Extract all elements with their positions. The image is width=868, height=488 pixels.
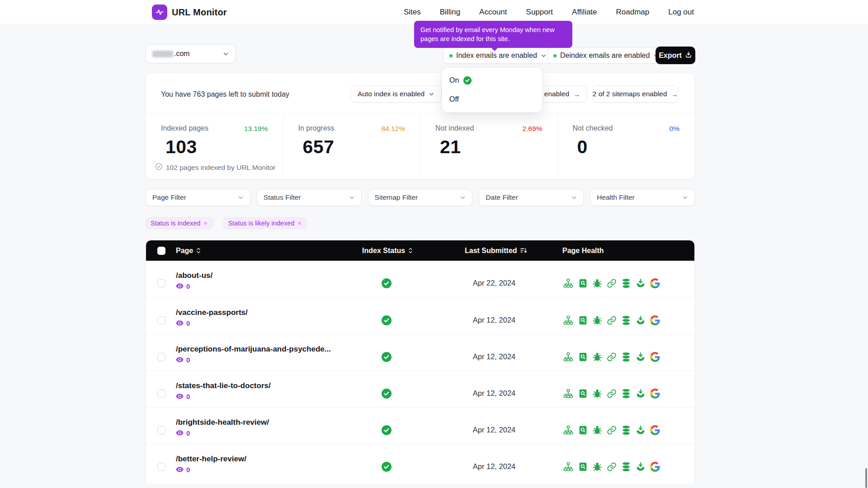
bug-icon[interactable]: [592, 315, 602, 325]
row-checkbox[interactable]: [157, 316, 165, 324]
page-search-icon[interactable]: [578, 278, 588, 288]
google-icon[interactable]: [650, 389, 660, 399]
page-search-icon[interactable]: [578, 352, 588, 362]
submit-inbox-icon[interactable]: [636, 315, 646, 325]
sitemap-icon[interactable]: [563, 462, 573, 472]
page-search-icon[interactable]: [578, 462, 588, 472]
site-overview-card: You have 763 pages left to submit today …: [146, 72, 695, 179]
select-all-checkbox[interactable]: [157, 247, 165, 255]
database-icon[interactable]: [621, 425, 631, 435]
filter-dropdown[interactable]: Page Filter: [146, 189, 250, 206]
page-health-icons: [563, 462, 660, 472]
nav-item[interactable]: Account: [479, 8, 507, 17]
row-checkbox[interactable]: [157, 426, 165, 434]
database-icon[interactable]: [621, 462, 631, 472]
dropdown-option[interactable]: On: [442, 71, 542, 90]
page-search-icon[interactable]: [578, 425, 588, 435]
dropdown-option[interactable]: Off: [442, 90, 542, 109]
table-row[interactable]: /states-that-lie-to-doctors/ 0 Apr 12, 2…: [146, 371, 694, 407]
page-search-icon[interactable]: [578, 389, 588, 399]
remove-chip-icon[interactable]: ×: [297, 220, 301, 227]
nav-item[interactable]: Billing: [440, 8, 460, 17]
row-checkbox[interactable]: [157, 463, 165, 471]
filter-dropdown[interactable]: Date Filter: [479, 189, 584, 206]
google-icon[interactable]: [650, 278, 660, 288]
database-icon[interactable]: [621, 278, 631, 288]
page-views: 0: [176, 282, 212, 290]
bug-icon[interactable]: [592, 352, 602, 362]
row-checkbox[interactable]: [157, 353, 165, 361]
filter-dropdown[interactable]: Sitemap Filter: [368, 189, 473, 206]
filter-chip[interactable]: Status is likely indexed ×: [223, 217, 307, 229]
page-link[interactable]: /about-us/: [176, 271, 212, 280]
table-row[interactable]: /perceptions-of-marijuana-and-psychede..…: [146, 334, 694, 371]
page-link[interactable]: /brightside-health-review/: [176, 418, 269, 427]
export-label: Export: [659, 52, 682, 60]
column-header-index-status[interactable]: Index Status: [362, 240, 413, 261]
table-row[interactable]: /about-us/ 0 Apr 22, 2024: [146, 261, 694, 297]
sort-updown-icon: [408, 248, 413, 253]
auto-index-dropdown-button[interactable]: Auto index is enabled: [350, 85, 442, 103]
page-link[interactable]: /perceptions-of-marijuana-and-psychede..…: [176, 345, 331, 354]
bug-icon[interactable]: [592, 462, 602, 472]
submit-inbox-icon[interactable]: [636, 389, 646, 399]
filter-dropdown[interactable]: Status Filter: [257, 189, 362, 206]
link-icon[interactable]: [607, 278, 617, 288]
bug-icon[interactable]: [592, 425, 602, 435]
database-icon[interactable]: [621, 389, 631, 399]
filter-label: Page Filter: [152, 193, 186, 202]
nav-item[interactable]: Log out: [668, 8, 694, 17]
nav-item[interactable]: Affiliate: [572, 8, 597, 17]
link-icon[interactable]: [607, 462, 617, 472]
google-icon[interactable]: [650, 315, 660, 325]
google-icon[interactable]: [650, 352, 660, 362]
page-link[interactable]: /better-help-review/: [176, 455, 246, 464]
sitemap-icon[interactable]: [563, 389, 573, 399]
site-selector[interactable]: .com: [146, 44, 236, 63]
submit-inbox-icon[interactable]: [636, 425, 646, 435]
deindex-emails-dropdown-button[interactable]: Deindex emails are enabled: [547, 47, 665, 64]
bug-icon[interactable]: [592, 278, 602, 288]
column-header-page[interactable]: Page: [176, 240, 201, 261]
table-row[interactable]: /brightside-health-review/ 0 Apr 12, 202…: [146, 407, 694, 444]
column-header-last-submitted[interactable]: Last Submitted: [465, 240, 527, 261]
sitemap-icon[interactable]: [563, 425, 573, 435]
page-link[interactable]: /states-that-lie-to-doctors/: [176, 381, 271, 390]
link-icon[interactable]: [607, 315, 617, 325]
submit-inbox-icon[interactable]: [636, 462, 646, 472]
database-icon[interactable]: [621, 315, 631, 325]
nav-item[interactable]: Sites: [404, 8, 421, 17]
sitemap-icon[interactable]: [563, 352, 573, 362]
link-icon[interactable]: [607, 352, 617, 362]
google-icon[interactable]: [650, 425, 660, 435]
table-row[interactable]: /better-help-review/ 0 Apr 12, 2024: [146, 444, 694, 480]
sitemap-icon[interactable]: [563, 315, 573, 325]
remove-chip-icon[interactable]: ×: [203, 220, 207, 227]
page-link[interactable]: /vaccine-passports/: [176, 308, 248, 317]
page-search-icon[interactable]: [578, 315, 588, 325]
filter-chip-label: Status is indexed: [151, 220, 200, 227]
database-icon[interactable]: [621, 352, 631, 362]
nav-item[interactable]: Roadmap: [616, 8, 650, 17]
arrow-right-icon: →: [671, 90, 678, 98]
link-icon[interactable]: [607, 389, 617, 399]
row-checkbox[interactable]: [157, 389, 165, 398]
bug-icon[interactable]: [592, 389, 602, 399]
last-submitted-date: Apr 12, 2024: [462, 352, 526, 361]
link-icon[interactable]: [607, 425, 617, 435]
stat-value: 657: [303, 136, 335, 158]
row-checkbox[interactable]: [157, 279, 165, 287]
table-row[interactable]: /vaccine-passports/ 0 Apr 12, 2024: [146, 297, 694, 334]
export-button[interactable]: Export: [656, 47, 695, 64]
submit-inbox-icon[interactable]: [636, 278, 646, 288]
scrollbar-thumb[interactable]: [865, 468, 867, 488]
nav-item[interactable]: Support: [526, 8, 553, 17]
google-icon[interactable]: [650, 462, 660, 472]
filter-dropdown[interactable]: Health Filter: [590, 189, 695, 206]
sitemaps-enabled-button[interactable]: 2 of 2 sitemaps enabled →: [592, 85, 678, 103]
brand-logo[interactable]: URL Monitor: [146, 5, 227, 20]
filter-chip[interactable]: Status is indexed ×: [146, 217, 212, 229]
submit-inbox-icon[interactable]: [636, 352, 646, 362]
sitemap-icon[interactable]: [563, 278, 573, 288]
sort-updown-icon: [196, 248, 201, 253]
